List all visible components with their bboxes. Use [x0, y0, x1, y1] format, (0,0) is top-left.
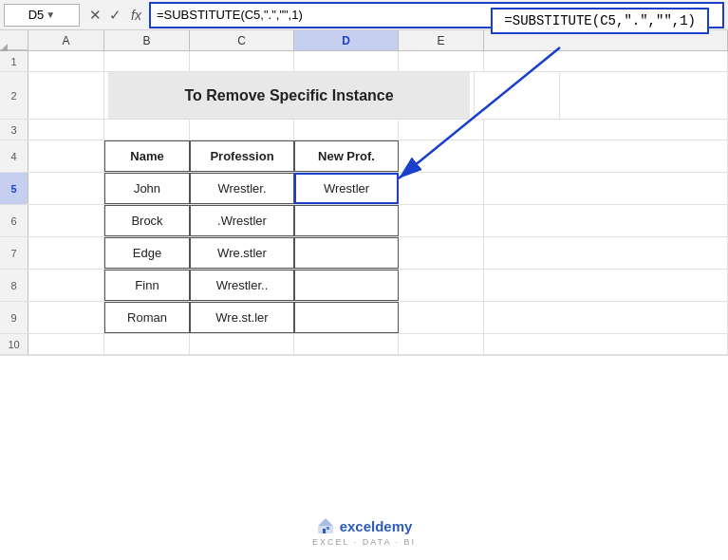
grid-row-9: 9 Roman Wre.st.ler — [0, 302, 728, 334]
cell-E3[interactable] — [399, 120, 484, 140]
cell-ref-label: D5 — [28, 8, 45, 22]
grid-row-5: 5 John Wrestler. Wrestler — [0, 173, 728, 205]
svg-rect-5 — [327, 527, 329, 530]
col-header-B[interactable]: B — [104, 30, 190, 50]
cell-B7[interactable]: Edge — [104, 237, 190, 269]
row-header-10[interactable]: 10 — [0, 334, 28, 354]
cell-C6[interactable]: .Wrestler — [190, 205, 294, 236]
grid-row-7: 7 Edge Wre.stler — [0, 237, 728, 270]
cell-A2[interactable] — [28, 72, 104, 119]
cancel-icon[interactable]: ✕ — [89, 7, 102, 24]
cell-C3[interactable] — [190, 120, 294, 140]
cell-A3[interactable] — [28, 120, 104, 140]
cell-E8[interactable] — [399, 270, 484, 301]
cell-E4[interactable] — [399, 140, 484, 172]
logo-subtitle: EXCEL · DATA · BI — [312, 537, 416, 547]
formula-controls: ✕ ✓ — [89, 7, 121, 24]
cell-rest-9 — [484, 302, 728, 333]
row-header-1[interactable]: 1 — [0, 51, 28, 71]
cell-D3[interactable] — [294, 120, 399, 140]
cell-B5[interactable]: John — [104, 173, 190, 204]
row-header-6[interactable]: 6 — [0, 205, 28, 236]
cell-D4[interactable]: New Prof. — [294, 140, 399, 172]
title-cell: To Remove Specific Instance — [108, 72, 470, 119]
cell-E1[interactable] — [399, 51, 484, 71]
row-header-4[interactable]: 4 — [0, 140, 28, 172]
cell-E6[interactable] — [399, 205, 484, 236]
cell-C1[interactable] — [190, 51, 294, 71]
cell-C4[interactable]: Profession — [190, 140, 294, 172]
cell-A5[interactable] — [28, 173, 104, 204]
formula-callout-text: =SUBSTITUTE(C5,".","",1) — [491, 8, 709, 34]
svg-rect-4 — [323, 529, 326, 533]
confirm-icon[interactable]: ✓ — [109, 7, 121, 24]
cell-E9[interactable] — [399, 302, 484, 333]
cell-A4[interactable] — [28, 140, 104, 172]
cell-D8[interactable] — [294, 270, 399, 301]
cell-D10[interactable] — [294, 334, 399, 354]
svg-marker-3 — [318, 518, 333, 526]
cell-B1[interactable] — [104, 51, 190, 71]
row-header-7[interactable]: 7 — [0, 237, 28, 269]
cell-D7[interactable] — [294, 237, 399, 269]
cell-ref-dropdown-icon[interactable]: ▼ — [46, 9, 55, 20]
grid-row-2: 2 To Remove Specific Instance — [0, 72, 728, 120]
cell-A8[interactable] — [28, 270, 104, 301]
cell-D1[interactable] — [294, 51, 399, 71]
cell-rest-6 — [484, 205, 728, 236]
row-header-5[interactable]: 5 — [0, 173, 28, 204]
cell-B4[interactable]: Name — [104, 140, 190, 172]
grid-row-10: 10 — [0, 334, 728, 355]
cell-A9[interactable] — [28, 302, 104, 333]
cell-E5[interactable] — [399, 173, 484, 204]
cell-rest-4 — [484, 140, 728, 172]
cell-rest-8 — [484, 270, 728, 301]
col-header-D[interactable]: D — [294, 30, 399, 50]
cell-rest-5 — [484, 173, 728, 204]
cell-D5[interactable]: Wrestler — [294, 173, 399, 204]
cell-D6[interactable] — [294, 205, 399, 236]
cell-B9[interactable]: Roman — [104, 302, 190, 333]
cell-C5[interactable]: Wrestler. — [190, 173, 294, 204]
cell-A10[interactable] — [28, 334, 104, 354]
col-header-C[interactable]: C — [190, 30, 294, 50]
grid-row-3: 3 — [0, 120, 728, 140]
grid-row-4: 4 Name Profession New Prof. — [0, 140, 728, 173]
cell-A7[interactable] — [28, 237, 104, 269]
cell-C10[interactable] — [190, 334, 294, 354]
grid-row-8: 8 Finn Wrestler.. — [0, 270, 728, 302]
col-header-A[interactable]: A — [28, 30, 104, 50]
formula-callout-box: =SUBSTITUTE(C5,".","",1) — [491, 8, 709, 34]
cell-C8[interactable]: Wrestler.. — [190, 270, 294, 301]
exceldemy-logo-icon — [316, 516, 335, 535]
cell-B3[interactable] — [104, 120, 190, 140]
cell-rest-3 — [484, 120, 728, 140]
empty-rows — [0, 355, 728, 421]
row-header-3[interactable]: 3 — [0, 120, 28, 140]
row-header-2[interactable]: 2 — [0, 72, 28, 119]
cell-B8[interactable]: Finn — [104, 270, 190, 301]
callout-formula-text: =SUBSTITUTE(C5,".","",1) — [504, 13, 696, 28]
cell-D9[interactable] — [294, 302, 399, 333]
cell-C9[interactable]: Wre.st.ler — [190, 302, 294, 333]
cell-E10[interactable] — [399, 334, 484, 354]
cell-B2-span[interactable]: To Remove Specific Instance — [104, 72, 475, 119]
title-text: To Remove Specific Instance — [184, 87, 393, 104]
cell-A1[interactable] — [28, 51, 104, 71]
formula-text: =SUBSTITUTE(C5,".","",1) — [157, 8, 303, 22]
row-header-8[interactable]: 8 — [0, 270, 28, 301]
col-header-E[interactable]: E — [399, 30, 484, 50]
cell-reference-box[interactable]: D5 ▼ — [4, 4, 80, 27]
cell-A6[interactable] — [28, 205, 104, 236]
logo-name: exceldemy — [340, 518, 413, 534]
cell-rest-1 — [484, 51, 728, 71]
cell-B10[interactable] — [104, 334, 190, 354]
cell-E2[interactable] — [475, 72, 560, 119]
cell-B6[interactable]: Brock — [104, 205, 190, 236]
fx-label: fx — [131, 8, 141, 23]
cell-E7[interactable] — [399, 237, 484, 269]
cell-rest-10 — [484, 334, 728, 354]
grid-row-1: 1 — [0, 51, 728, 72]
cell-C7[interactable]: Wre.stler — [190, 237, 294, 269]
row-header-9[interactable]: 9 — [0, 302, 28, 333]
